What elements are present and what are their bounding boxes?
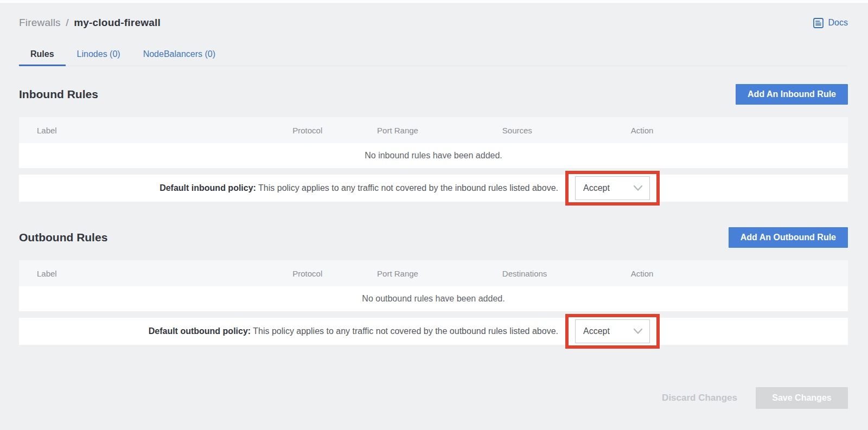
tab-nodebalancers[interactable]: NodeBalancers (0) [132,44,227,66]
breadcrumb-firewalls-link[interactable]: Firewalls [19,17,61,28]
inbound-table-header: Label Protocol Port Range Sources Action [19,117,848,143]
outbound-column-port-range: Port Range [377,269,502,278]
add-inbound-rule-button[interactable]: Add An Inbound Rule [736,84,848,105]
inbound-empty-state: No inbound rules have been added. [19,143,848,168]
inbound-column-port-range: Port Range [377,126,502,135]
inbound-rules-table: Label Protocol Port Range Sources Action… [19,117,848,202]
outbound-policy-row: Default outbound policy: This policy app… [19,318,848,345]
breadcrumb: Firewalls / my-cloud-firewall [19,17,161,29]
docs-link-label: Docs [828,18,848,28]
outbound-rules-title: Outbound Rules [19,231,107,244]
outbound-policy-label: Default outbound policy: [149,326,251,336]
page-header: Firewalls / my-cloud-firewall Docs [19,15,848,30]
chevron-down-icon [633,328,643,335]
inbound-column-action: Action [631,126,848,135]
default-inbound-policy-select[interactable]: Accept [575,176,650,200]
tab-bar: Rules Linodes (0) NodeBalancers (0) [19,44,848,66]
breadcrumb-separator: / [66,17,68,28]
outbound-table-header: Label Protocol Port Range Destinations A… [19,260,848,286]
outbound-column-label: Label [19,269,292,278]
outbound-policy-help-text: This policy applies to any traffic not c… [253,326,558,336]
row-gap [19,168,848,175]
inbound-empty-text: No inbound rules have been added. [365,151,502,161]
add-outbound-rule-button[interactable]: Add An Outbound Rule [729,227,848,248]
save-changes-button[interactable]: Save Changes [756,387,848,409]
tab-linodes[interactable]: Linodes (0) [66,44,132,66]
inbound-policy-highlight-box: Accept [565,171,660,206]
inbound-column-sources: Sources [502,126,631,135]
chevron-down-icon [633,185,643,191]
outbound-column-protocol: Protocol [292,269,377,278]
outbound-column-action: Action [631,269,848,278]
default-outbound-policy-select[interactable]: Accept [575,319,650,343]
inbound-policy-row: Default inbound policy: This policy appl… [19,175,848,202]
inbound-policy-description: Default inbound policy: This policy appl… [159,183,558,193]
inbound-section-header: Inbound Rules Add An Inbound Rule [19,84,848,105]
outbound-policy-description: Default outbound policy: This policy app… [149,326,558,336]
outbound-policy-selected-value: Accept [583,326,610,336]
firewall-detail-page: Firewalls / my-cloud-firewall Docs Rules… [0,15,868,409]
discard-changes-button[interactable]: Discard Changes [662,393,737,403]
outbound-empty-state: No outbound rules have been added. [19,286,848,311]
outbound-rules-table: Label Protocol Port Range Destinations A… [19,260,848,345]
outbound-empty-text: No outbound rules have been added. [362,294,505,304]
top-bar-edge [0,0,868,3]
inbound-rules-title: Inbound Rules [19,88,98,101]
docs-link[interactable]: Docs [813,17,848,29]
inbound-policy-help-text: This policy applies to any traffic not c… [258,183,558,192]
tab-rules[interactable]: Rules [19,44,66,66]
inbound-policy-selected-value: Accept [583,183,610,193]
inbound-column-label: Label [19,126,292,135]
row-gap [19,311,848,318]
outbound-section-header: Outbound Rules Add An Outbound Rule [19,227,848,248]
form-actions: Discard Changes Save Changes [19,387,848,409]
inbound-column-protocol: Protocol [292,126,377,135]
outbound-column-destinations: Destinations [502,269,631,278]
outbound-policy-highlight-box: Accept [565,314,660,349]
document-icon [813,17,824,29]
breadcrumb-current-firewall: my-cloud-firewall [74,17,161,28]
inbound-policy-label: Default inbound policy: [159,183,256,192]
